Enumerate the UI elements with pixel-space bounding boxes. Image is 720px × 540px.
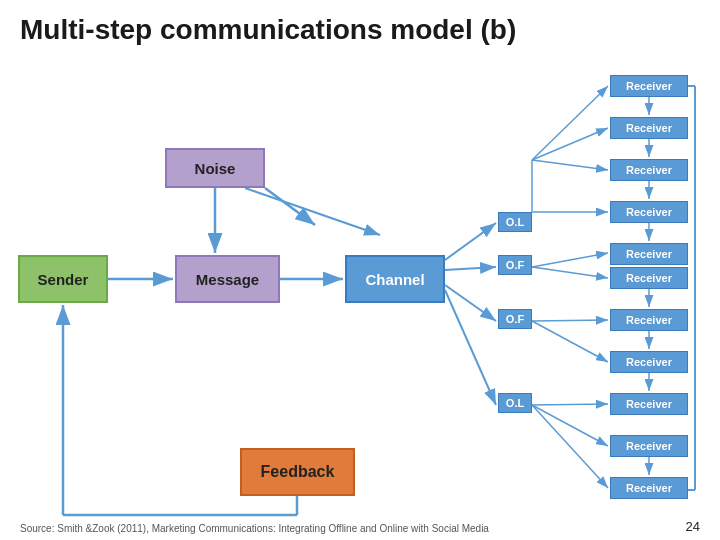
receiver-1: Receiver bbox=[610, 75, 688, 97]
svg-line-28 bbox=[245, 188, 380, 235]
source-note: Source: Smith &Zook (2011), Marketing Co… bbox=[20, 523, 489, 534]
ol-label-2: O.L bbox=[498, 393, 532, 413]
receiver-5: Receiver bbox=[610, 243, 688, 265]
receiver-9: Receiver bbox=[610, 393, 688, 415]
receiver-4: Receiver bbox=[610, 201, 688, 223]
of-label-2: O.F bbox=[498, 309, 532, 329]
receiver-6: Receiver bbox=[610, 267, 688, 289]
receiver-2: Receiver bbox=[610, 117, 688, 139]
svg-line-15 bbox=[532, 253, 608, 267]
page-title: Multi-step communications model (b) bbox=[0, 0, 720, 54]
svg-line-9 bbox=[445, 290, 496, 405]
svg-line-21 bbox=[532, 405, 608, 488]
noise-box: Noise bbox=[165, 148, 265, 188]
receiver-10: Receiver bbox=[610, 435, 688, 457]
svg-line-20 bbox=[532, 405, 608, 446]
channel-box: Channel bbox=[345, 255, 445, 303]
sender-label: Sender bbox=[38, 271, 89, 288]
svg-line-6 bbox=[445, 223, 496, 260]
receiver-7: Receiver bbox=[610, 309, 688, 331]
ol-label-1: O.L bbox=[498, 212, 532, 232]
noise-label: Noise bbox=[195, 160, 236, 177]
svg-line-8 bbox=[445, 285, 496, 321]
channel-label: Channel bbox=[365, 271, 424, 288]
feedback-box: Feedback bbox=[240, 448, 355, 496]
of-label-1: O.F bbox=[498, 255, 532, 275]
svg-line-18 bbox=[532, 321, 608, 362]
feedback-label: Feedback bbox=[261, 463, 335, 481]
page-number: 24 bbox=[686, 519, 700, 534]
svg-line-12 bbox=[532, 128, 608, 160]
receiver-3: Receiver bbox=[610, 159, 688, 181]
svg-line-5 bbox=[265, 188, 315, 225]
svg-line-7 bbox=[445, 267, 496, 270]
receiver-11: Receiver bbox=[610, 477, 688, 499]
message-box: Message bbox=[175, 255, 280, 303]
svg-line-13 bbox=[532, 160, 608, 170]
svg-line-19 bbox=[532, 404, 608, 405]
svg-line-16 bbox=[532, 267, 608, 278]
sender-box: Sender bbox=[18, 255, 108, 303]
svg-line-17 bbox=[532, 320, 608, 321]
message-label: Message bbox=[196, 271, 259, 288]
svg-line-11 bbox=[532, 86, 608, 160]
receiver-8: Receiver bbox=[610, 351, 688, 373]
